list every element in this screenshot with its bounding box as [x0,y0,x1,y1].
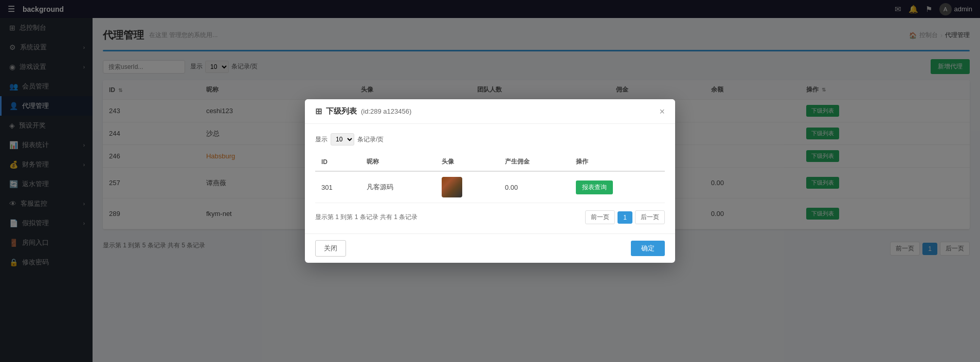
modal-footer: 关闭 确定 [305,233,675,263]
report-query-btn[interactable]: 报表查询 [576,180,613,194]
modal-cell-commission: 0.00 [499,171,570,203]
modal-body: 显示 10 25 50 条记录/页 ID 昵称 头像 产生佣金 操作 [305,124,675,233]
modal-col-avatar: 头像 [435,153,499,171]
modal-col-nickname: 昵称 [360,153,435,171]
modal-overlay[interactable]: ⊞ 下级列表 (id:289 a123456) × 显示 10 25 50 条记… [0,0,980,362]
modal-current-page-btn[interactable]: 1 [618,211,632,224]
modal-avatar-img [442,177,462,197]
modal-title: ⊞ 下级列表 (id:289 a123456) [315,106,411,116]
modal-table-row: 301 凡客源码 0.00 报表查询 [315,171,665,203]
modal-avatar-wrap [442,177,493,197]
modal-prev-page-btn[interactable]: 前一页 [585,210,615,224]
modal-title-text: 下级列表 [326,106,357,116]
modal-close-btn[interactable]: × [659,107,665,116]
modal-header: ⊞ 下级列表 (id:289 a123456) × [305,99,675,124]
modal-avatar-inner [442,177,462,197]
modal-cell-nickname: 凡客源码 [360,171,435,203]
modal-table-header-row: ID 昵称 头像 产生佣金 操作 [315,153,665,171]
modal-confirm-btn[interactable]: 确定 [631,241,665,256]
modal-col-actions: 操作 [570,153,665,171]
modal-table: ID 昵称 头像 产生佣金 操作 301 凡客源码 [315,153,665,203]
modal-per-page-unit: 条记录/页 [357,135,384,144]
modal-show-label: 显示 [315,135,328,144]
modal-cell-actions: 报表查询 [570,171,665,203]
modal: ⊞ 下级列表 (id:289 a123456) × 显示 10 25 50 条记… [305,99,675,263]
modal-close-footer-btn[interactable]: 关闭 [315,240,346,257]
modal-cell-id: 301 [315,171,360,203]
modal-next-page-btn[interactable]: 后一页 [635,210,665,224]
modal-show-controls: 显示 10 25 50 条记录/页 [315,133,665,146]
modal-pagination: 前一页 1 后一页 [585,210,665,224]
modal-title-id: (id:289 a123456) [361,107,411,115]
modal-title-icon: ⊞ [315,106,322,116]
modal-col-id: ID [315,153,360,171]
modal-col-commission: 产生佣金 [499,153,570,171]
modal-pagination-info: 显示第 1 到第 1 条记录 共有 1 条记录 [315,213,418,222]
modal-cell-avatar [435,171,499,203]
modal-per-page-select[interactable]: 10 25 50 [331,133,354,146]
